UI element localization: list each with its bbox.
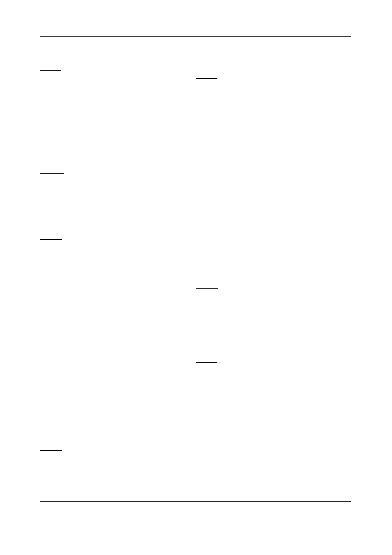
heading-underline-3 — [40, 239, 62, 240]
heading-underline-7 — [196, 362, 217, 363]
heading-underline-5 — [196, 78, 217, 79]
heading-underline-1 — [40, 70, 61, 71]
document-page — [0, 0, 392, 555]
bottom-horizontal-rule — [40, 501, 351, 502]
heading-underline-6 — [196, 288, 218, 289]
top-horizontal-rule — [40, 36, 351, 37]
vertical-column-rule — [190, 40, 190, 500]
heading-underline-2 — [40, 173, 64, 174]
heading-underline-4 — [40, 450, 62, 451]
